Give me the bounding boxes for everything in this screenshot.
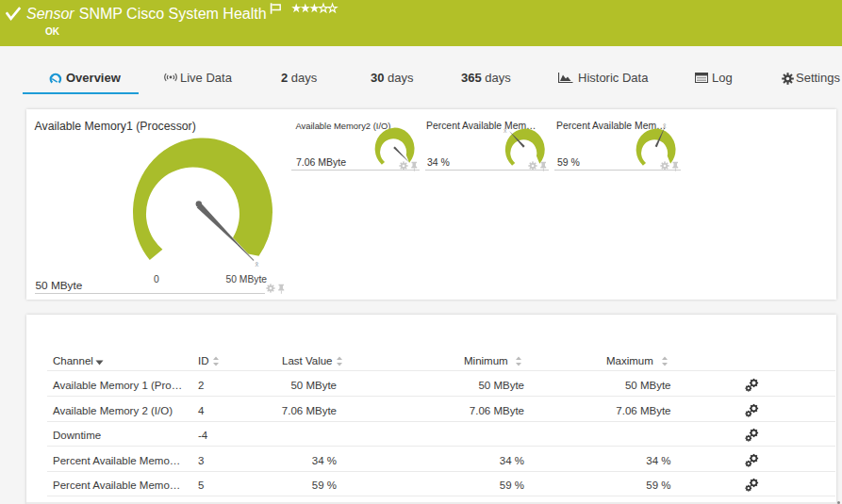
- svg-text:x̂: x̂: [255, 260, 258, 268]
- svg-text:x̂: x̂: [504, 127, 507, 134]
- svg-text:x̂: x̂: [663, 122, 667, 129]
